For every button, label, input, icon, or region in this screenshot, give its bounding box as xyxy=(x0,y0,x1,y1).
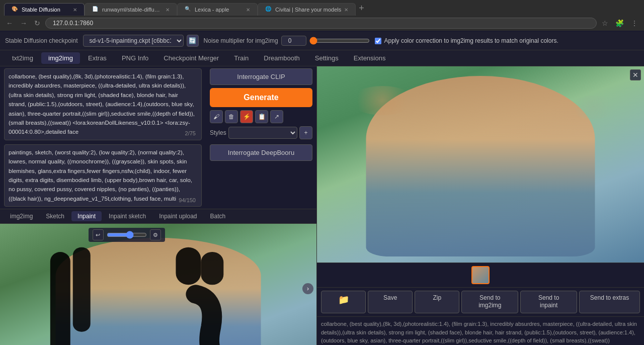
right-panel: ✕ 📁 Save Zip Send toimg2img xyxy=(317,66,644,345)
brush-size-slider[interactable] xyxy=(107,231,147,239)
address-bar[interactable]: 127.0.0.1:7860 xyxy=(45,18,597,29)
positive-prompt-counter: 2/75 xyxy=(184,129,197,138)
save-button[interactable]: Save xyxy=(368,291,413,313)
output-thumbnail-0[interactable] xyxy=(471,266,490,284)
brush-settings-button[interactable]: ⚙ xyxy=(150,229,161,240)
menu-button[interactable]: ⋮ xyxy=(629,18,640,28)
folder-icon: 📁 xyxy=(338,294,349,305)
noise-section: Noise multiplier for img2img xyxy=(204,36,370,46)
tab-close-2[interactable]: ✕ xyxy=(246,7,250,13)
browser-tab-stable-diffusion[interactable]: 🎨 Stable Diffusion ✕ xyxy=(4,3,85,16)
image-tab-inpaint-upload[interactable]: Inpaint upload xyxy=(153,211,203,221)
svg-rect-2 xyxy=(176,247,201,285)
image-tab-inpaint-sketch[interactable]: Inpaint sketch xyxy=(103,211,152,221)
generate-button[interactable]: Generate xyxy=(210,88,312,107)
tab-label-0: Stable Diffusion xyxy=(22,7,60,13)
tab-checkpoint-merger[interactable]: Checkpoint Merger xyxy=(156,52,226,64)
send-to-extras-button[interactable]: Send to extras xyxy=(579,291,640,313)
image-tabs: img2img Sketch Inpaint Inpaint sketch In… xyxy=(0,209,316,224)
bg-blur-1 xyxy=(350,86,415,115)
refresh-checkpoint-button[interactable]: 🔄 xyxy=(187,35,199,47)
send-img2img-label: Send toimg2img xyxy=(478,294,501,310)
refresh-button[interactable]: ↻ xyxy=(32,18,42,28)
bookmark-button[interactable]: ☆ xyxy=(600,18,610,28)
image-tab-batch[interactable]: Batch xyxy=(204,211,232,221)
tab-close-0[interactable]: ✕ xyxy=(73,7,77,13)
tab-label-1: runwayml/stable-diffusion-inpa... xyxy=(102,7,163,13)
tab-close-1[interactable]: ✕ xyxy=(166,7,170,13)
tab-extras[interactable]: Extras xyxy=(81,52,114,64)
browser-tab-runway[interactable]: 📄 runwayml/stable-diffusion-inpa... ✕ xyxy=(85,3,177,16)
checkpoint-select[interactable]: sd-v1-5-inpainting.ckpt [c6bbc15e32] xyxy=(83,35,184,47)
noise-value-input[interactable] xyxy=(281,36,306,46)
tab-extensions[interactable]: Extensions xyxy=(347,52,393,64)
favicon-civitai: 🌐 xyxy=(265,6,272,13)
zip-label: Zip xyxy=(433,294,441,301)
tab-dreambooth[interactable]: Dreambooth xyxy=(257,52,307,64)
styles-add-button[interactable]: + xyxy=(299,126,312,139)
forward-button[interactable]: → xyxy=(18,18,29,28)
tab-train[interactable]: Train xyxy=(227,52,256,64)
brush-undo-button[interactable]: ↩ xyxy=(93,229,104,240)
save-label: Save xyxy=(383,294,397,301)
app-container: Stable Diffusion checkpoint sd-v1-5-inpa… xyxy=(0,32,644,345)
noise-label: Noise multiplier for img2img xyxy=(204,37,278,44)
output-close-button[interactable]: ✕ xyxy=(630,69,641,80)
image-tab-inpaint[interactable]: Inpaint xyxy=(71,211,102,221)
svg-rect-0 xyxy=(50,252,70,345)
browser-tab-lexica[interactable]: 🔍 Lexica - apple ✕ xyxy=(177,3,258,16)
browser-tab-bar: 🎨 Stable Diffusion ✕ 📄 runwayml/stable-d… xyxy=(0,0,644,16)
svg-rect-3 xyxy=(201,252,223,285)
interrogate-clip-button[interactable]: Interrogate CLIP xyxy=(210,68,312,85)
color-correction-section: Apply color correction to img2img result… xyxy=(375,37,558,44)
color-correction-checkbox[interactable] xyxy=(375,38,381,44)
style-icon-arrow[interactable]: ↗ xyxy=(270,110,283,123)
prompts-section: collarbone, (best quality),(8k, 3d),(pho… xyxy=(0,66,206,209)
positive-prompt-box: collarbone, (best quality),(8k, 3d),(pho… xyxy=(4,68,202,140)
svg-rect-1 xyxy=(73,247,91,332)
output-thumbnail-row xyxy=(317,263,644,287)
browser-tab-civitai[interactable]: 🌐 Civitai | Share your models ✕ xyxy=(258,3,356,16)
brush-controls-row: ↩ ⚙ xyxy=(89,228,165,242)
main-nav-tabs: txt2img img2img Extras PNG Info Checkpoi… xyxy=(0,50,644,66)
top-toolbar: Stable Diffusion checkpoint sd-v1-5-inpa… xyxy=(0,32,644,50)
canvas-container[interactable]: ↩ ⚙ › xyxy=(0,224,316,345)
send-to-img2img-button[interactable]: Send toimg2img xyxy=(461,291,518,313)
style-icon-extra[interactable]: 📋 xyxy=(255,110,268,123)
interrogate-deepbooru-button[interactable]: Interrogate DeepBooru xyxy=(210,144,312,161)
favicon-runway: 📄 xyxy=(92,6,99,13)
tab-label-3: Civitai | Share your models xyxy=(275,7,341,13)
tab-img2img[interactable]: img2img xyxy=(41,52,80,64)
tab-settings[interactable]: Settings xyxy=(308,52,346,64)
style-icon-red[interactable]: ⚡ xyxy=(240,110,253,123)
right-controls: Interrogate CLIP Generate 🖌 🗑 ⚡ 📋 ↗ Styl… xyxy=(206,66,316,209)
style-icon-trash[interactable]: 🗑 xyxy=(225,110,238,123)
extensions-button[interactable]: 🧩 xyxy=(613,18,626,28)
image-tab-sketch[interactable]: Sketch xyxy=(40,211,70,221)
expand-canvas-button[interactable]: › xyxy=(302,283,313,294)
folder-button[interactable]: 📁 xyxy=(321,291,366,313)
negative-prompt-counter: 94/150 xyxy=(177,196,197,205)
positive-prompt-area: collarbone, (best quality),(8k, 3d),(pho… xyxy=(0,66,206,142)
image-tab-img2img[interactable]: img2img xyxy=(4,211,39,221)
back-button[interactable]: ← xyxy=(4,18,15,28)
zip-button[interactable]: Zip xyxy=(415,291,459,313)
style-icons-row: 🖌 🗑 ⚡ 📋 ↗ xyxy=(210,110,312,123)
negative-prompt-text[interactable]: paintings, sketch, (worst quality:2), (l… xyxy=(9,148,197,203)
action-buttons-row: 📁 Save Zip Send toimg2img Send toinpaint… xyxy=(317,287,644,316)
favicon-stable-diffusion: 🎨 xyxy=(12,6,19,13)
tab-close-3[interactable]: ✕ xyxy=(344,7,348,13)
styles-label: Styles xyxy=(210,129,226,136)
style-icon-paint[interactable]: 🖌 xyxy=(210,110,223,123)
tab-png-info[interactable]: PNG Info xyxy=(115,52,155,64)
tab-label-2: Lexica - apple xyxy=(195,7,229,13)
tab-txt2img[interactable]: txt2img xyxy=(5,52,40,64)
styles-select[interactable] xyxy=(228,127,297,139)
negative-prompt-box: paintings, sketch, (worst quality:2), (l… xyxy=(4,144,202,207)
positive-prompt-text[interactable]: collarbone, (best quality),(8k, 3d),(pho… xyxy=(9,72,197,137)
noise-slider[interactable] xyxy=(309,37,370,45)
send-to-inpaint-button[interactable]: Send toinpaint xyxy=(520,291,577,313)
send-inpaint-label: Send toinpaint xyxy=(538,294,559,310)
new-tab-button[interactable]: + xyxy=(356,3,367,16)
styles-row: Styles + xyxy=(210,126,312,139)
